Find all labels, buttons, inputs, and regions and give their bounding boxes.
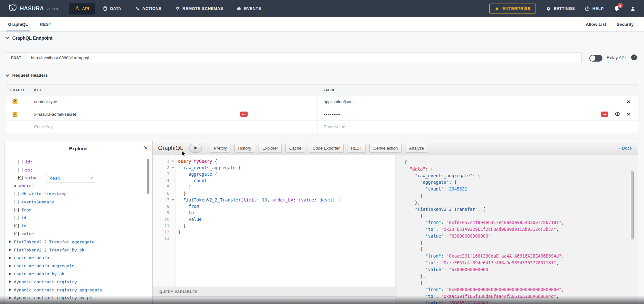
toolbar-button-derive-action[interactable]: Derive action (369, 144, 402, 152)
expand-arrow-icon[interactable] (9, 273, 11, 275)
explorer-row-chain-metadata[interactable]: chain_metadata (5, 254, 152, 262)
response-line: "from": "0xfeEF57c4f894e6417e468aDe98543… (404, 219, 638, 226)
header-enable-checkbox[interactable] (13, 99, 17, 104)
link-allow-list[interactable]: Allow List (586, 22, 606, 27)
field-checkbox[interactable] (18, 168, 23, 172)
response-scrollbar[interactable] (631, 171, 634, 240)
field-checkbox[interactable] (14, 232, 19, 236)
explorer-row-id[interactable]: id (5, 214, 152, 222)
settings-button[interactable]: SETTINGS (546, 6, 575, 11)
remove-header-icon[interactable]: × (627, 99, 630, 104)
toolbar-button-rest[interactable]: REST (347, 144, 366, 152)
explorer-row-chain-metadata-by-pk[interactable]: chain_metadata_by_pk (5, 270, 152, 278)
nav-item-remote-schemas[interactable]: REMOTE SCHEMAS (169, 3, 229, 15)
explorer-row-eventssummary[interactable]: eventsSummary (5, 198, 152, 206)
explorer-row-from[interactable]: from (5, 206, 152, 214)
link-security[interactable]: Security (617, 22, 634, 27)
toolbar-button-explorer[interactable]: Explorer (259, 144, 282, 152)
header-key-input[interactable]: x-hasura-admin-secret (34, 112, 76, 117)
help-button[interactable]: HELP (585, 6, 604, 11)
nav-item-data[interactable]: DATA (97, 3, 127, 15)
docs-link[interactable]: ‹ Docs (619, 146, 632, 151)
eye-icon[interactable] (614, 111, 621, 117)
endpoint-url-input[interactable] (26, 52, 582, 63)
field-checkbox[interactable] (14, 200, 19, 204)
fold-arrow-icon[interactable] (172, 167, 174, 169)
explorer-row-db-write-timestamp[interactable]: db_write_timestamp (5, 190, 152, 198)
explorer-row-id[interactable]: id: (5, 158, 152, 166)
expand-arrow-icon[interactable] (9, 249, 11, 251)
expand-arrow-icon[interactable] (9, 265, 11, 267)
explorer-scrollbar[interactable] (147, 159, 149, 194)
header-value-input[interactable]: application/json (324, 99, 353, 104)
notifications-button[interactable]: 8 (613, 5, 620, 12)
expand-arrow-icon[interactable] (9, 297, 11, 299)
expand-arrow-icon[interactable] (9, 257, 11, 259)
value-cell: application/json× (317, 95, 638, 108)
tab-rest[interactable]: REST (40, 17, 51, 32)
explorer-row-fiattokenv2-2-transfer-by-pk[interactable]: FiatTokenV2_2_Transfer_by_pk (5, 246, 152, 254)
explorer-row-to[interactable]: to (5, 222, 152, 230)
execute-query-button[interactable] (189, 144, 202, 152)
field-checkbox[interactable] (14, 192, 19, 196)
line-number: 2 (153, 164, 169, 171)
toolbar-button-history[interactable]: History (234, 144, 255, 152)
field-label: FiatTokenV2_2_Transfer_aggregate (14, 240, 94, 244)
query-editor[interactable]: 12345678910111213 query MyQuery { raw_ev… (153, 155, 395, 287)
explorer-row-fiattokenv2-2-transfer-aggregate[interactable]: FiatTokenV2_2_Transfer_aggregate (5, 238, 152, 246)
toolbar-button-code-exporter[interactable]: Code Exporter (309, 144, 344, 152)
query-code[interactable]: query MyQuery { raw_events_aggregate { a… (175, 155, 395, 287)
new-header-key-input[interactable]: Enter Key (34, 124, 52, 129)
nav-item-api[interactable]: API (69, 3, 95, 15)
query-variables-bar[interactable]: QUERY VARIABLES (153, 287, 395, 297)
database-icon (103, 6, 108, 11)
header-enable-checkbox[interactable] (13, 112, 17, 117)
nav-item-events[interactable]: EVENTS (231, 3, 267, 15)
user-menu-button[interactable] (630, 6, 636, 12)
fold-arrow-icon[interactable] (172, 161, 174, 162)
close-icon[interactable]: × (144, 144, 148, 152)
header-value-input[interactable]: •••••••• (324, 112, 340, 117)
response-line: }, (404, 240, 638, 246)
field-checkbox[interactable] (18, 176, 23, 180)
toolbar-button-prettify[interactable]: Prettify (210, 144, 231, 152)
field-checkbox[interactable] (14, 216, 19, 220)
explorer-row-where[interactable]: where: (5, 182, 152, 190)
explorer-row-chain-metadata-aggregate[interactable]: chain_metadata_aggregate (5, 262, 152, 270)
info-icon[interactable]: i (631, 54, 637, 60)
nav-item-actions[interactable]: ACTIONS (129, 3, 167, 15)
expand-arrow-icon[interactable] (14, 185, 16, 187)
field-label: id (21, 215, 26, 220)
header-key-input[interactable]: content-type (34, 99, 57, 104)
field-checkbox[interactable] (14, 224, 19, 228)
field-checkbox[interactable] (14, 208, 19, 212)
explorer-row-value[interactable]: value (5, 230, 152, 238)
chevron-down-icon (5, 35, 9, 39)
query-line: from (178, 203, 395, 210)
toolbar-button-analyze[interactable]: Analyze (405, 144, 428, 152)
expand-arrow-icon[interactable] (9, 240, 11, 243)
explorer-row-dynamic-contract-registry-aggregate[interactable]: dynamic_contract_registry_aggregate (5, 286, 152, 294)
fold-arrow-icon[interactable] (172, 199, 174, 201)
tab-graphiql[interactable]: GraphiQL (8, 17, 28, 32)
query-variables-editor[interactable] (153, 297, 395, 304)
enum-select[interactable]: desc (46, 174, 96, 182)
relay-api-toggle[interactable] (589, 55, 602, 62)
explorer-row-to[interactable]: to: (5, 166, 152, 174)
brand[interactable]: HASURA v2.23.0 (8, 4, 58, 13)
graphql-endpoint-section-header[interactable]: GraphQL Endpoint (6, 35, 52, 41)
request-headers-section-header[interactable]: Request Headers (6, 73, 48, 78)
field-checkbox[interactable] (18, 160, 23, 164)
enterprise-button[interactable]: ENTERPRISE (489, 4, 536, 14)
column-key: KEY (28, 88, 317, 92)
expand-arrow-icon[interactable] (9, 289, 11, 291)
expand-arrow-icon[interactable] (9, 280, 11, 283)
pane-resize-handle[interactable] (395, 155, 397, 304)
explorer-row-dynamic-contract-registry[interactable]: dynamic_contract_registry (5, 278, 152, 286)
explorer-row-value[interactable]: value:desc (5, 174, 152, 182)
remove-header-icon[interactable]: × (627, 112, 630, 117)
toolbar-button-cache[interactable]: Cache (285, 144, 305, 152)
explorer-tree: id:to:value:descwhere:db_write_timestamp… (5, 156, 152, 304)
explorer-row-dynamic-contract-registry-by-pk[interactable]: dynamic_contract_registry_by_pk (5, 294, 152, 302)
new-header-value-input[interactable]: Enter Value (324, 124, 345, 129)
